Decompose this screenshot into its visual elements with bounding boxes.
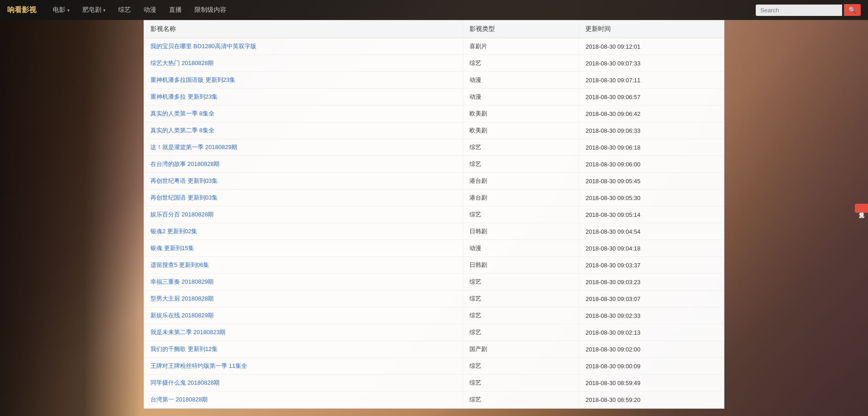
cell-title[interactable]: 再创世纪国语 更新到03集 (144, 190, 463, 206)
cell-title[interactable]: 真实的人类第二季 8集全 (144, 122, 463, 139)
cell-title[interactable]: 重神机潘多拉 更新到23集 (144, 89, 463, 105)
cell-title[interactable]: 幸福三重奏 20180829期 (144, 274, 463, 291)
cell-type: 动漫 (463, 89, 579, 105)
col-header-title: 影视名称 (144, 20, 463, 38)
cell-title[interactable]: 综艺大热门 20180828期 (144, 55, 463, 72)
cell-time: 2018-08-30 09:03:07 (579, 291, 724, 307)
nav-items: 电影 ▾肥皂剧 ▾综艺动漫直播限制级内容 (47, 3, 756, 17)
table-row: 台湾第一 20180828期综艺2018-08-30 08:59:20 (144, 391, 724, 408)
search-button[interactable]: 🔍 (844, 4, 861, 16)
cell-title[interactable]: 我是未来第二季 20180823期 (144, 324, 463, 341)
cell-time: 2018-08-30 09:04:54 (579, 223, 724, 240)
cell-type: 综艺 (463, 307, 579, 324)
cell-type: 日韩剧 (463, 257, 579, 274)
feedback-tab[interactable]: 意见反馈 (855, 204, 868, 213)
table-container: 影视名称 影视类型 更新时间 我的宝贝在哪里 BD1280高清中英双字版喜剧片2… (144, 20, 724, 409)
cell-title[interactable]: 新娱乐在线 20180829期 (144, 307, 463, 324)
cell-type: 动漫 (463, 240, 579, 257)
table-row: 幸福三重奏 20180829期综艺2018-08-30 09:03:23 (144, 274, 724, 291)
cell-type: 综艺 (463, 324, 579, 341)
dropdown-arrow-icon: ▾ (103, 8, 105, 13)
table-row: 重神机潘多拉国语版 更新到23集动漫2018-08-30 09:07:11 (144, 72, 724, 89)
cell-time: 2018-08-30 09:06:33 (579, 122, 724, 139)
cell-type: 港台剧 (463, 173, 579, 190)
nav-item-肥皂剧[interactable]: 肥皂剧 ▾ (77, 3, 111, 17)
table-row: 银魂 更新到15集动漫2018-08-30 09:04:18 (144, 240, 724, 257)
cell-time: 2018-08-30 09:07:33 (579, 55, 724, 72)
cell-time: 2018-08-30 09:05:14 (579, 206, 724, 223)
cell-type: 综艺 (463, 358, 579, 375)
cell-type: 综艺 (463, 274, 579, 291)
cell-type: 综艺 (463, 375, 579, 391)
cell-type: 综艺 (463, 156, 579, 173)
search-area: 🔍 (756, 4, 861, 16)
cell-type: 欧美剧 (463, 122, 579, 139)
cell-time: 2018-08-30 09:06:57 (579, 89, 724, 105)
cell-title[interactable]: 遗留搜查5 更新到06集 (144, 257, 463, 274)
cell-type: 综艺 (463, 139, 579, 156)
cell-type: 综艺 (463, 391, 579, 408)
cell-time: 2018-08-30 08:59:20 (579, 391, 724, 408)
nav-item-综艺[interactable]: 综艺 (113, 3, 136, 17)
cell-title[interactable]: 王牌对王牌粉丝特约版第一季 11集全 (144, 358, 463, 375)
cell-type: 综艺 (463, 55, 579, 72)
search-input[interactable] (756, 5, 842, 16)
nav-item-限制级内容[interactable]: 限制级内容 (189, 3, 232, 17)
table-row: 真实的人类第二季 8集全欧美剧2018-08-30 09:06:33 (144, 122, 724, 139)
table-row: 同学摄什么鬼 20180828期综艺2018-08-30 08:59:49 (144, 375, 724, 391)
table-row: 银魂2 更新到02集日韩剧2018-08-30 09:04:54 (144, 223, 724, 240)
cell-time: 2018-08-30 09:02:13 (579, 324, 724, 341)
cell-time: 2018-08-30 09:06:18 (579, 139, 724, 156)
cell-title[interactable]: 再创世纪粤语 更新到03集 (144, 173, 463, 190)
cell-time: 2018-08-30 09:05:45 (579, 173, 724, 190)
cell-type: 综艺 (463, 291, 579, 307)
cell-time: 2018-08-30 09:06:00 (579, 156, 724, 173)
cell-title[interactable]: 银魂2 更新到02集 (144, 223, 463, 240)
main-content: 影视名称 影视类型 更新时间 我的宝贝在哪里 BD1280高清中英双字版喜剧片2… (0, 20, 868, 409)
cell-time: 2018-08-30 09:05:30 (579, 190, 724, 206)
table-row: 这！就是灌篮第一季 20180829期综艺2018-08-30 09:06:18 (144, 139, 724, 156)
nav-item-动漫[interactable]: 动漫 (138, 3, 162, 17)
table-row: 娱乐百分百 20180828期综艺2018-08-30 09:05:14 (144, 206, 724, 223)
cell-type: 综艺 (463, 206, 579, 223)
cell-title[interactable]: 我们的千阙歌 更新到12集 (144, 341, 463, 358)
cell-title[interactable]: 型男大主厨 20180828期 (144, 291, 463, 307)
cell-type: 港台剧 (463, 190, 579, 206)
cell-time: 2018-08-30 09:03:23 (579, 274, 724, 291)
navbar: 响看影视 电影 ▾肥皂剧 ▾综艺动漫直播限制级内容 🔍 (0, 0, 868, 20)
cell-time: 2018-08-30 09:02:33 (579, 307, 724, 324)
data-table: 影视名称 影视类型 更新时间 我的宝贝在哪里 BD1280高清中英双字版喜剧片2… (144, 20, 724, 408)
table-header: 影视名称 影视类型 更新时间 (144, 20, 724, 38)
nav-item-电影[interactable]: 电影 ▾ (47, 3, 75, 17)
cell-time: 2018-08-30 09:04:18 (579, 240, 724, 257)
cell-time: 2018-08-30 08:59:49 (579, 375, 724, 391)
cell-title[interactable]: 台湾第一 20180828期 (144, 391, 463, 408)
site-brand[interactable]: 响看影视 (7, 5, 36, 15)
cell-title[interactable]: 重神机潘多拉国语版 更新到23集 (144, 72, 463, 89)
cell-title[interactable]: 银魂 更新到15集 (144, 240, 463, 257)
table-row: 重神机潘多拉 更新到23集动漫2018-08-30 09:06:57 (144, 89, 724, 105)
cell-time: 2018-08-30 09:12:01 (579, 38, 724, 55)
cell-type: 动漫 (463, 72, 579, 89)
table-row: 遗留搜查5 更新到06集日韩剧2018-08-30 09:03:37 (144, 257, 724, 274)
cell-time: 2018-08-30 09:00:09 (579, 358, 724, 375)
cell-title[interactable]: 我的宝贝在哪里 BD1280高清中英双字版 (144, 38, 463, 55)
cell-type: 国产剧 (463, 341, 579, 358)
cell-time: 2018-08-30 09:06:42 (579, 105, 724, 122)
cell-title[interactable]: 娱乐百分百 20180828期 (144, 206, 463, 223)
cell-type: 日韩剧 (463, 223, 579, 240)
col-header-time: 更新时间 (579, 20, 724, 38)
cell-time: 2018-08-30 09:02:00 (579, 341, 724, 358)
cell-time: 2018-08-30 09:07:11 (579, 72, 724, 89)
nav-item-直播[interactable]: 直播 (164, 3, 187, 17)
table-row: 我是未来第二季 20180823期综艺2018-08-30 09:02:13 (144, 324, 724, 341)
table-row: 新娱乐在线 20180829期综艺2018-08-30 09:02:33 (144, 307, 724, 324)
cell-title[interactable]: 真实的人类第一季 8集全 (144, 105, 463, 122)
cell-time: 2018-08-30 09:03:37 (579, 257, 724, 274)
table-row: 真实的人类第一季 8集全欧美剧2018-08-30 09:06:42 (144, 105, 724, 122)
table-row: 我的宝贝在哪里 BD1280高清中英双字版喜剧片2018-08-30 09:12… (144, 38, 724, 55)
cell-title[interactable]: 在台湾的故事 20180828期 (144, 156, 463, 173)
table-row: 王牌对王牌粉丝特约版第一季 11集全综艺2018-08-30 09:00:09 (144, 358, 724, 375)
cell-title[interactable]: 这！就是灌篮第一季 20180829期 (144, 139, 463, 156)
cell-title[interactable]: 同学摄什么鬼 20180828期 (144, 375, 463, 391)
